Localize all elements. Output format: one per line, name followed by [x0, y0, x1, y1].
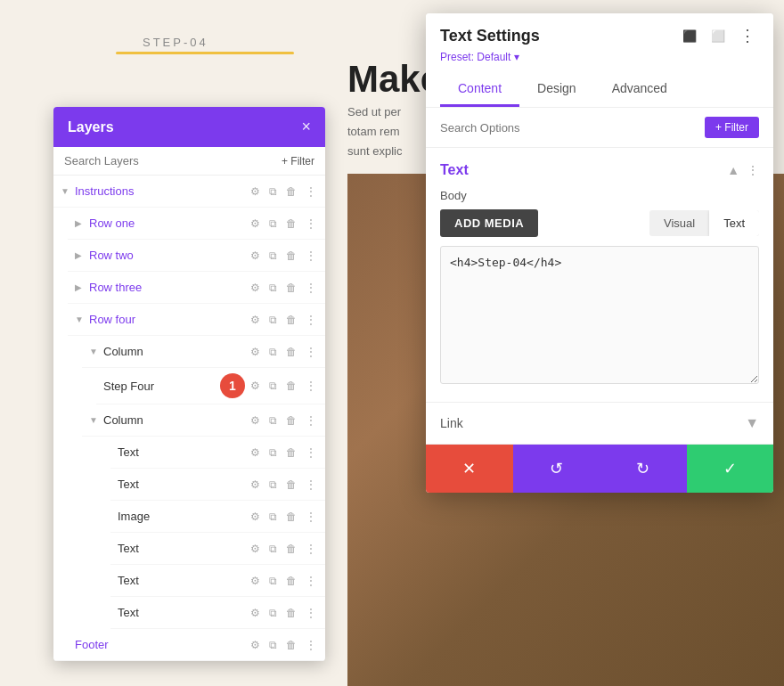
layer-item-column-1[interactable]: ▼ Column ⚙ ⧉ 🗑 ⋮ [82, 336, 325, 368]
layer-delete-btn[interactable]: 🗑 [284, 312, 298, 328]
layer-copy-btn[interactable]: ⧉ [267, 344, 279, 360]
layer-delete-btn[interactable]: 🗑 [284, 477, 298, 493]
layer-more-btn[interactable]: ⋮ [304, 184, 318, 200]
layer-more-btn[interactable]: ⋮ [304, 445, 318, 461]
layer-item-footer[interactable]: Footer ⚙ ⧉ 🗑 ⋮ [53, 629, 325, 661]
ts-link-row[interactable]: Link ▼ [426, 402, 773, 444]
tab-design[interactable]: Design [519, 72, 594, 107]
layer-copy-btn[interactable]: ⧉ [267, 280, 279, 296]
layer-settings-btn[interactable]: ⚙ [249, 280, 262, 296]
layer-delete-btn[interactable]: 🗑 [284, 509, 298, 525]
layer-item-image[interactable]: Image ⚙ ⧉ 🗑 ⋮ [110, 501, 325, 533]
layer-more-btn[interactable]: ⋮ [304, 312, 318, 328]
layer-delete-btn[interactable]: 🗑 [284, 445, 298, 461]
layer-item-text-3[interactable]: Text ⚙ ⧉ 🗑 ⋮ [110, 533, 325, 565]
tab-advanced[interactable]: Advanced [594, 72, 685, 107]
layer-settings-btn[interactable]: ⚙ [249, 312, 262, 328]
layer-copy-btn[interactable]: ⧉ [267, 184, 279, 200]
layer-delete-btn[interactable]: 🗑 [284, 216, 298, 232]
ts-minimize-btn[interactable]: ⬛ [679, 28, 700, 45]
layer-settings-btn[interactable]: ⚙ [249, 344, 262, 360]
ts-expand-btn[interactable]: ⬜ [707, 28, 729, 45]
layer-item-row-three[interactable]: ▶ Row three ⚙ ⧉ 🗑 ⋮ [68, 272, 325, 304]
layer-delete-btn[interactable]: 🗑 [284, 573, 298, 589]
layer-more-btn[interactable]: ⋮ [304, 573, 318, 589]
ts-search-input[interactable] [440, 121, 698, 135]
ts-view-text-btn[interactable]: Text [709, 210, 759, 236]
layers-close-button[interactable]: × [301, 118, 311, 136]
layer-item-row-four[interactable]: ▼ Row four ⚙ ⧉ 🗑 ⋮ [68, 304, 325, 336]
layer-delete-btn[interactable]: 🗑 [284, 412, 298, 429]
layer-copy-btn[interactable]: ⧉ [267, 605, 279, 621]
layer-delete-btn[interactable]: 🗑 [284, 541, 298, 557]
layer-settings-btn[interactable]: ⚙ [249, 573, 262, 589]
layer-copy-btn[interactable]: ⧉ [267, 445, 279, 461]
layer-toggle[interactable]: ▼ [89, 347, 103, 356]
ts-section-collapse-btn[interactable]: ▲ [727, 163, 739, 177]
layer-copy-btn[interactable]: ⧉ [267, 637, 279, 653]
layer-toggle[interactable]: ▼ [89, 415, 103, 425]
layer-settings-btn[interactable]: ⚙ [249, 541, 262, 557]
layers-filter-button[interactable]: + Filter [282, 155, 314, 167]
ts-redo-button[interactable]: ↻ [600, 445, 687, 493]
layer-delete-btn[interactable]: 🗑 [284, 344, 298, 360]
layer-item-row-two[interactable]: ▶ Row two ⚙ ⧉ 🗑 ⋮ [68, 240, 325, 272]
layer-more-btn[interactable]: ⋮ [304, 280, 318, 296]
layer-more-btn[interactable]: ⋮ [304, 248, 318, 264]
layer-copy-btn[interactable]: ⧉ [267, 477, 279, 493]
layer-settings-btn[interactable]: ⚙ [249, 248, 262, 264]
layer-more-btn[interactable]: ⋮ [304, 637, 318, 653]
ts-body-textarea[interactable]: <h4>Step-04</h4> [440, 246, 759, 384]
layer-delete-btn[interactable]: 🗑 [284, 637, 298, 653]
layer-toggle[interactable]: ▶ [75, 282, 89, 292]
layer-settings-btn[interactable]: ⚙ [249, 637, 262, 653]
layer-more-btn[interactable]: ⋮ [304, 541, 318, 557]
layer-more-btn[interactable]: ⋮ [304, 412, 318, 429]
layer-toggle[interactable]: ▶ [75, 218, 89, 228]
layer-copy-btn[interactable]: ⧉ [267, 509, 279, 525]
layer-copy-btn[interactable]: ⧉ [267, 378, 279, 394]
layer-item-row-one[interactable]: ▶ Row one ⚙ ⧉ 🗑 ⋮ [68, 208, 325, 240]
ts-undo-button[interactable]: ↺ [513, 445, 600, 493]
ts-section-more-btn[interactable]: ⋮ [747, 163, 759, 177]
layer-item-text-4[interactable]: Text ⚙ ⧉ 🗑 ⋮ [110, 565, 325, 597]
layer-copy-btn[interactable]: ⧉ [267, 216, 279, 232]
layer-toggle[interactable]: ▼ [61, 186, 75, 196]
layer-item-text-2[interactable]: Text ⚙ ⧉ 🗑 ⋮ [110, 469, 325, 501]
layer-toggle[interactable]: ▼ [75, 314, 89, 324]
layer-more-btn[interactable]: ⋮ [304, 477, 318, 493]
layers-search-input[interactable] [64, 154, 274, 167]
layer-item-step-four[interactable]: Step Four 1 ⚙ ⧉ 🗑 ⋮ [96, 368, 325, 404]
ts-filter-button[interactable]: + Filter [705, 117, 759, 138]
layer-settings-btn[interactable]: ⚙ [249, 445, 262, 461]
layer-delete-btn[interactable]: 🗑 [284, 248, 298, 264]
layer-more-btn[interactable]: ⋮ [304, 605, 318, 621]
layer-delete-btn[interactable]: 🗑 [284, 378, 298, 394]
layer-more-btn[interactable]: ⋮ [304, 378, 318, 394]
layer-item-text-5[interactable]: Text ⚙ ⧉ 🗑 ⋮ [110, 597, 325, 629]
layer-delete-btn[interactable]: 🗑 [284, 605, 298, 621]
ts-view-visual-btn[interactable]: Visual [649, 210, 709, 236]
layer-settings-btn[interactable]: ⚙ [249, 378, 262, 394]
layer-copy-btn[interactable]: ⧉ [267, 412, 279, 429]
layer-copy-btn[interactable]: ⧉ [267, 573, 279, 589]
layer-copy-btn[interactable]: ⧉ [267, 248, 279, 264]
layer-more-btn[interactable]: ⋮ [304, 216, 318, 232]
layer-copy-btn[interactable]: ⧉ [267, 312, 279, 328]
layer-toggle[interactable]: ▶ [75, 250, 89, 260]
layer-item-text-1[interactable]: Text ⚙ ⧉ 🗑 ⋮ [110, 437, 325, 469]
layer-settings-btn[interactable]: ⚙ [249, 605, 262, 621]
layer-copy-btn[interactable]: ⧉ [267, 541, 279, 557]
ts-cancel-button[interactable]: ✕ [426, 445, 513, 493]
layer-more-btn[interactable]: ⋮ [304, 344, 318, 360]
layer-settings-btn[interactable]: ⚙ [249, 509, 262, 525]
tab-content[interactable]: Content [440, 72, 519, 107]
layer-settings-btn[interactable]: ⚙ [249, 412, 262, 429]
ts-more-btn[interactable]: ⋮ [736, 24, 759, 47]
ts-add-media-button[interactable]: ADD MEDIA [440, 209, 538, 237]
layer-settings-btn[interactable]: ⚙ [249, 216, 262, 232]
layer-settings-btn[interactable]: ⚙ [249, 477, 262, 493]
layer-more-btn[interactable]: ⋮ [304, 509, 318, 525]
layer-item-instructions[interactable]: ▼ Instructions ⚙ ⧉ 🗑 ⋮ [53, 176, 325, 208]
layer-item-column-2[interactable]: ▼ Column ⚙ ⧉ 🗑 ⋮ [82, 404, 325, 437]
